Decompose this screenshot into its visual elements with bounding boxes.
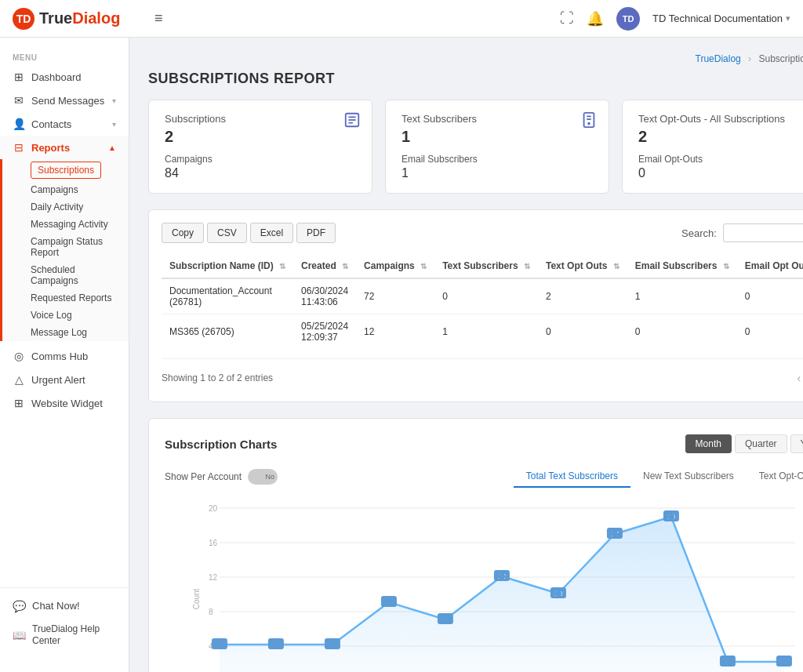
sidebar-item-reports[interactable]: ⊟ Reports ▲ — [0, 136, 129, 159]
toggle-switch[interactable]: No — [248, 469, 278, 485]
col-header-email-subscribers[interactable]: Email Subscribers ⇅ — [627, 254, 737, 278]
search-input[interactable] — [723, 223, 803, 242]
stat-label: Text Opt-Outs - All Subscriptions — [638, 113, 803, 125]
sidebar-item-messaging-activity[interactable]: Messaging Activity — [2, 216, 129, 233]
svg-text:20: 20 — [209, 504, 218, 513]
tab-total-text-subscribers[interactable]: Total Text Subscribers — [514, 466, 630, 488]
cell-created: 05/25/2024 12:09:37 — [293, 314, 356, 350]
data-point — [442, 616, 449, 623]
col-header-email-opt-outs[interactable]: Email Opt Outs ⇅ — [737, 254, 803, 278]
sidebar-item-campaign-status-report[interactable]: Campaign Status Report — [2, 233, 129, 261]
avatar[interactable]: TD — [616, 7, 640, 31]
sidebar-item-campaigns[interactable]: Campaigns — [2, 181, 129, 198]
cell-email-subscribers: 0 — [627, 314, 737, 350]
sort-icon: ⇅ — [342, 262, 348, 271]
stat-value: 2 — [638, 128, 803, 146]
message-log-label: Message Log — [31, 327, 87, 338]
sidebar-item-dashboard[interactable]: ⊞ Dashboard — [0, 65, 129, 89]
sidebar-item-requested-reports[interactable]: Requested Reports — [2, 289, 129, 307]
stat-sub-value: 1 — [402, 166, 593, 180]
sidebar-item-comms-hub[interactable]: ◎ Comms Hub — [0, 344, 129, 368]
copy-button[interactable]: Copy — [162, 223, 204, 243]
sort-icon: ⇅ — [524, 262, 530, 271]
user-menu[interactable]: TD Technical Documentation ▾ — [652, 13, 790, 24]
cell-text-subscribers: 0 — [434, 278, 538, 314]
stats-row: Subscriptions 2 Campaigns 84 Text Subscr… — [148, 100, 803, 194]
sidebar-item-subscriptions[interactable]: Subscriptions — [2, 159, 129, 181]
sidebar: MENU ⊞ Dashboard ✉ Send Messages ▾ 👤 Con… — [0, 38, 129, 672]
expand-icon[interactable]: ⛶ — [560, 10, 574, 27]
subscriptions-label: Subscriptions — [31, 162, 101, 179]
chart-container: 20 16 12 8 4 0 Count — [165, 497, 803, 672]
data-point — [329, 641, 336, 648]
campaign-status-label: Campaign Status Report — [31, 236, 116, 258]
chart-controls: Show Per Account No Total Text Subscribe… — [165, 466, 803, 488]
table-section: Copy CSV Excel PDF Search: Subscription … — [148, 209, 803, 402]
sidebar-item-scheduled-campaigns[interactable]: Scheduled Campaigns — [2, 261, 129, 289]
hamburger-button[interactable]: ≡ — [154, 10, 163, 27]
prev-page-button[interactable]: ‹ — [798, 372, 801, 384]
data-point — [273, 641, 279, 648]
table-toolbar: Copy CSV Excel PDF Search: — [162, 223, 803, 243]
breadcrumb-home[interactable]: TrueDialog — [696, 53, 741, 64]
sidebar-item-label: Comms Hub — [31, 351, 116, 362]
sidebar-item-voice-log[interactable]: Voice Log — [2, 307, 129, 324]
entries-count: Showing 1 to 2 of 2 entries — [162, 372, 273, 383]
requested-reports-label: Requested Reports — [31, 292, 111, 303]
sidebar-item-website-widget[interactable]: ⊞ Website Widget — [0, 391, 129, 415]
data-point — [725, 659, 731, 665]
svg-point-7 — [588, 123, 590, 125]
sidebar-item-send-messages[interactable]: ✉ Send Messages ▾ — [0, 89, 129, 112]
col-header-campaigns[interactable]: Campaigns ⇅ — [356, 254, 434, 278]
col-header-name[interactable]: Subscription Name (ID) ⇅ — [162, 254, 293, 278]
cell-email-opt-outs: 0 — [737, 314, 803, 350]
breadcrumb-current: Subscriptions Report — [758, 53, 803, 64]
cell-name: Documentation_Account (26781) — [162, 278, 293, 314]
svg-text:12: 12 — [209, 573, 218, 582]
stat-label: Text Subscribers — [402, 113, 593, 125]
sidebar-item-contacts[interactable]: 👤 Contacts ▾ — [0, 112, 129, 136]
tab-new-text-subscribers[interactable]: New Text Subscribers — [630, 466, 747, 488]
bell-icon[interactable]: 🔔 — [587, 10, 604, 27]
breadcrumb: TrueDialog › Subscriptions Report — [148, 53, 803, 64]
subscriptions-card-icon — [343, 111, 361, 133]
col-header-text-subscribers[interactable]: Text Subscribers ⇅ — [434, 254, 538, 278]
help-center-button[interactable]: 📖 TrueDialog Help Center — [0, 618, 129, 653]
data-point — [668, 514, 674, 520]
chevron-icon: ▾ — [112, 120, 116, 129]
contacts-icon: 👤 — [13, 118, 25, 130]
chart-header: Subscription Charts Month Quarter Year — [165, 434, 803, 453]
csv-button[interactable]: CSV — [207, 223, 247, 243]
sidebar-item-message-log[interactable]: Message Log — [2, 324, 129, 341]
chart-period-buttons: Month Quarter Year — [685, 434, 803, 453]
data-point — [781, 659, 787, 665]
quarter-period-button[interactable]: Quarter — [735, 434, 787, 453]
month-period-button[interactable]: Month — [685, 434, 732, 453]
col-header-text-opt-outs[interactable]: Text Opt Outs ⇅ — [538, 254, 627, 278]
pdf-button[interactable]: PDF — [296, 223, 336, 243]
tab-text-opt-outs[interactable]: Text Opt-Outs — [747, 466, 803, 488]
text-subscribers-card-icon — [580, 111, 598, 133]
website-widget-icon: ⊞ — [13, 397, 25, 409]
topnav-right: ⛶ 🔔 TD TD Technical Documentation ▾ — [560, 7, 790, 31]
main-content: TrueDialog › Subscriptions Report SUBSCR… — [129, 38, 803, 672]
data-point — [612, 531, 618, 537]
sidebar-item-label: Website Widget — [31, 398, 116, 409]
chevron-up-icon: ▲ — [108, 143, 116, 152]
stat-sub-label: Campaigns — [165, 154, 356, 165]
col-header-created[interactable]: Created ⇅ — [293, 254, 356, 278]
chart-tabs: Total Text Subscribers New Text Subscrib… — [514, 466, 803, 488]
chat-now-button[interactable]: 💬 Chat Now! — [0, 594, 129, 618]
export-buttons: Copy CSV Excel PDF — [162, 223, 336, 243]
show-per-account-label: Show Per Account — [165, 471, 242, 482]
logo-icon: TD — [13, 8, 35, 30]
sidebar-item-daily-activity[interactable]: Daily Activity — [2, 198, 129, 216]
sidebar-item-urgent-alert[interactable]: △ Urgent Alert — [0, 368, 129, 391]
excel-button[interactable]: Excel — [250, 223, 293, 243]
year-period-button[interactable]: Year — [790, 434, 803, 453]
campaigns-label: Campaigns — [31, 184, 78, 195]
comms-hub-icon: ◎ — [13, 350, 25, 362]
line-chart: 20 16 12 8 4 0 Count — [165, 497, 803, 672]
sort-icon: ⇅ — [723, 262, 729, 271]
table-footer: Showing 1 to 2 of 2 entries ‹ 1 › — [162, 358, 803, 389]
